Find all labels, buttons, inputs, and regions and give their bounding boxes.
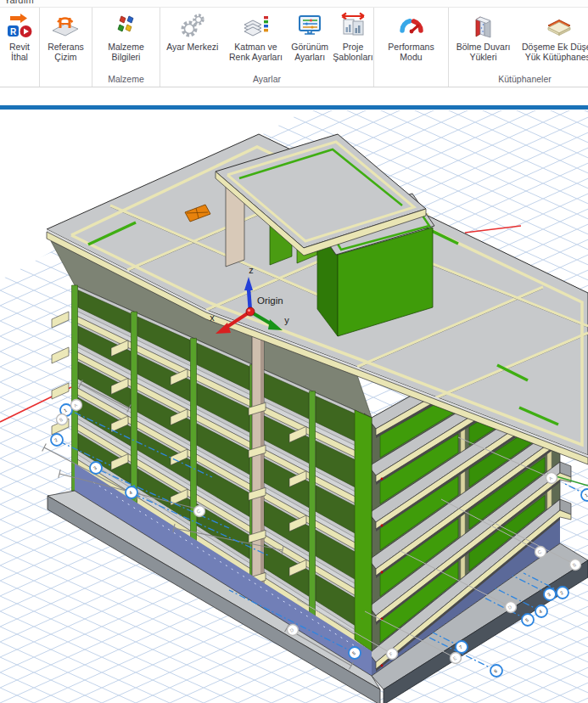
project-templates-button[interactable]: Proje Şablonları: [333, 8, 373, 63]
svg-text:x: x: [210, 312, 215, 323]
button-label: Malzeme Bilgileri: [108, 42, 144, 63]
ribbon-panel-5: Performans Modu: [373, 8, 448, 87]
button-label: Performans Modu: [388, 42, 434, 63]
ribbon-gap: [0, 87, 588, 105]
ribbon-panel-malzeme: Malzeme Bilgileri Malzeme: [92, 8, 160, 87]
revit-import-button[interactable]: R Revit İthal: [3, 8, 36, 63]
svg-text:z: z: [249, 265, 254, 275]
group-label: Malzeme: [92, 73, 160, 87]
settings-center-button[interactable]: Ayar Merkezi: [160, 8, 225, 52]
material-info-button[interactable]: Malzeme Bilgileri: [105, 8, 147, 63]
wall-icon: [469, 11, 498, 40]
button-label: Görünüm Ayarları: [291, 42, 328, 63]
monitor-sliders-icon: [295, 11, 324, 40]
partition-wall-loads-button[interactable]: Bölme Duvarı Yükleri: [450, 8, 518, 63]
3d-viewport[interactable]: 123457654321ABCDABCDEFzxyOrigin: [0, 110, 588, 703]
group-label: [40, 73, 92, 87]
button-label: Proje Şablonları: [333, 42, 372, 63]
reference-drawing-button[interactable]: Referans Çizim: [45, 8, 87, 63]
group-label: [0, 73, 39, 87]
view-settings-button[interactable]: Görünüm Ayarları: [287, 8, 333, 63]
app-window: { "menu": { "help_label": "Yardım" }, "r…: [0, 0, 588, 703]
ribbon-panel-kutuphaneler: Bölme Duvarı Yükleri Döşeme Ek Düşey Yük…: [448, 8, 588, 87]
group-label: Kütüphaneler: [449, 73, 588, 87]
layer-color-settings-button[interactable]: Katman ve Renk Ayarları: [225, 8, 288, 63]
ribbon-panel-1: R Revit İthal: [0, 8, 39, 87]
revit-import-icon: R: [5, 11, 34, 40]
accent-bar: [0, 105, 588, 110]
documents-arrow-icon: [339, 11, 367, 40]
group-label: [374, 73, 448, 87]
slab-load-library-button[interactable]: Döşeme Ek Düşey Yük Kütüphanesi: [518, 8, 588, 63]
group-label: Ayarlar: [160, 73, 373, 87]
svg-text:Origin: Origin: [257, 295, 283, 306]
gears-icon: [178, 11, 207, 40]
svg-text:R: R: [10, 27, 17, 37]
svg-text:y: y: [284, 315, 289, 325]
button-label: Revit İthal: [9, 42, 30, 63]
material-info-icon: [111, 11, 140, 40]
button-label: Referans Çizim: [48, 42, 84, 63]
reference-drawing-icon: [51, 11, 80, 40]
button-label: Döşeme Ek Düşey Yük Kütüphanesi: [522, 42, 588, 63]
button-label: Ayar Merkezi: [166, 42, 218, 52]
layers-icon: [241, 11, 270, 40]
menu-item-help[interactable]: Yardım: [4, 0, 34, 5]
button-label: Katman ve Renk Ayarları: [229, 42, 283, 63]
slab-icon: [545, 11, 574, 40]
menu-bar: Yardım: [0, 0, 588, 8]
button-label: Bölme Duvarı Yükleri: [456, 42, 511, 63]
performance-mode-button[interactable]: Performans Modu: [385, 8, 436, 63]
ribbon-panel-2: Referans Çizim: [39, 8, 92, 87]
gauge-icon: [397, 11, 426, 40]
ribbon-toolbar: R Revit İthal: [0, 8, 588, 87]
ribbon-panel-ayarlar: Ayar Merkezi Ka: [160, 8, 373, 87]
